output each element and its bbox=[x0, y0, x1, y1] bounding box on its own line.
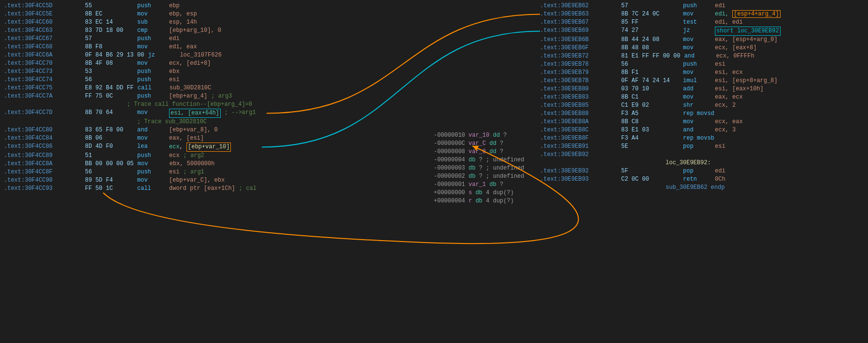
addr: .text:30F4CC90 bbox=[4, 176, 81, 185]
mnemonic: lea bbox=[137, 143, 166, 152]
endp-label: sub_30E9EB62 endp bbox=[666, 184, 725, 192]
bytes bbox=[621, 151, 679, 159]
right-panel: .text:30E9EB6257pushedi.text:30E9EB638B … bbox=[536, 0, 868, 343]
mnemonic: push bbox=[137, 152, 166, 160]
operand: sub_30D2810C bbox=[170, 84, 211, 92]
right-asm-line: .text:30E9EB6785 FFtestedi, edi bbox=[540, 18, 864, 27]
addr: .text:30F4CC80 bbox=[4, 126, 81, 134]
addr: .text:30F4CC6A bbox=[4, 51, 81, 59]
addr: .text:30E9EB78 bbox=[540, 60, 617, 69]
right-asm-line: .text:30E9EB6B8B 44 24 08moveax, [esp+4+… bbox=[540, 36, 864, 44]
addr: .text:30E9EB80 bbox=[540, 85, 617, 93]
bytes: 8B F1 bbox=[621, 69, 679, 77]
bytes: 8B 4F 08 bbox=[85, 59, 133, 68]
mnemonic: and bbox=[684, 52, 713, 60]
addr: .text:30F4CC8A bbox=[4, 160, 81, 168]
mnemonic: mov bbox=[137, 10, 166, 18]
asm-line: .text:30F4CC9089 5D F4mov[ebp+var_C], eb… bbox=[4, 176, 252, 185]
bytes: 8B 06 bbox=[85, 134, 133, 143]
addr: .text:30E9EB88 bbox=[540, 110, 617, 118]
addr: .text:30F4CC73 bbox=[4, 68, 81, 76]
mnemonic: mov bbox=[138, 160, 167, 168]
addr: .text:30F4CC8F bbox=[4, 168, 81, 176]
bytes: 83 E1 03 bbox=[621, 126, 679, 134]
right-asm-line: .text:30E9EB7B0F AF 74 24 14imulesi, [es… bbox=[540, 77, 864, 85]
bytes: 83 7D 18 00 bbox=[85, 27, 133, 35]
bytes: 89 5D F4 bbox=[85, 176, 133, 185]
right-asm-line: sub_30E9EB62 endp bbox=[540, 184, 864, 192]
asm-line: .text:30F4CC708B 4F 08movecx, [edi+8] bbox=[4, 59, 252, 68]
asm-line: .text:30F4CC75E8 92 B4 DD FFcallsub_30D2… bbox=[4, 84, 252, 92]
operand: ecx, eax bbox=[715, 118, 743, 126]
addr: .text:30E9EB72 bbox=[540, 52, 617, 60]
addr: .text:30E9EB85 bbox=[540, 101, 617, 110]
right-asm-line: .text:30E9EB8A8B C8movecx, eax bbox=[540, 118, 864, 126]
right-asm-line: .text:30E9EB92 bbox=[540, 151, 864, 159]
left-panel: .text:30F4CC5D55pushebp.text:30F4CC5E8B … bbox=[0, 0, 256, 343]
addr: .text:30E9EB69 bbox=[540, 27, 617, 36]
addr: .text:30E9EB83 bbox=[540, 93, 617, 101]
right-asm-line: .text:30E9EB925Fpopedi bbox=[540, 167, 864, 175]
addr: .text:30F4CC63 bbox=[4, 27, 81, 35]
addr: .text:30F4CC7D bbox=[4, 109, 81, 118]
right-asm-line: .text:30E9EB638B 7C 24 0Cmovedi, [esp+4+… bbox=[540, 10, 864, 18]
bytes: 8D 4D F0 bbox=[85, 143, 133, 152]
bytes: 83 65 F8 00 bbox=[85, 126, 133, 134]
operand: ecx, 2 bbox=[715, 101, 736, 110]
bytes: 56 bbox=[85, 168, 133, 176]
comment: ; Trace sub_30D2810C bbox=[137, 118, 207, 126]
operand: [ebp+var_C], ebx bbox=[169, 176, 225, 185]
operand: 0Ch bbox=[715, 175, 726, 184]
addr: .text:30F4CC75 bbox=[4, 84, 81, 92]
mnemonic: mov bbox=[137, 43, 166, 51]
operand: esi, [eax+10h] bbox=[715, 85, 764, 93]
operand: eax, [esp+4+arg_0] bbox=[715, 36, 778, 44]
comment: ; call 30e9eb62 bbox=[239, 185, 256, 193]
right-asm-line: .text:30E9EB798B F1movesi, ecx bbox=[540, 69, 864, 77]
right-asm-line: .text:30E9EB88F3 A5rep movsd bbox=[540, 110, 864, 118]
bytes: C1 E9 02 bbox=[621, 101, 679, 110]
operand: [ebp+arg_10], 0 bbox=[169, 27, 221, 35]
right-asm-line: .text:30E9EB85C1 E9 02shrecx, 2 bbox=[540, 101, 864, 110]
operand: edi bbox=[715, 2, 726, 10]
operand: ecx, [ebp+var_10] bbox=[169, 143, 231, 152]
mnemonic: jz bbox=[683, 27, 712, 36]
operand: [ebp+var_8], 0 bbox=[169, 126, 218, 134]
right-asm-line: .text:30E9EB7281 E1 FF FF 00 00andecx, 0… bbox=[540, 52, 864, 60]
mnemonic: mov bbox=[137, 134, 166, 143]
stack-line: -00000003 db ? ; undefined bbox=[434, 164, 532, 172]
asm-line: .text:30F4CC8083 65 F8 00and[ebp+var_8],… bbox=[4, 126, 252, 134]
right-asm-line: loc_30E9EB92: bbox=[540, 159, 864, 167]
asm-line: ; Trace call function--[ebp+arg_4]=0 bbox=[4, 100, 252, 109]
middle-panel bbox=[256, 0, 430, 343]
addr: .text:30F4CC89 bbox=[4, 152, 81, 160]
comment: ; arg2 bbox=[184, 152, 204, 160]
main-container: .text:30F4CC5D55pushebp.text:30F4CC5E8B … bbox=[0, 0, 868, 343]
addr: .text:30E9EB67 bbox=[540, 18, 617, 27]
asm-line: .text:30F4CC6083 EC 14subesp, 14h bbox=[4, 18, 252, 27]
mnemonic: mov bbox=[683, 10, 712, 18]
asm-line: .text:30F4CC7353pushebx bbox=[4, 68, 252, 76]
operand: ebx, 5000000h bbox=[170, 160, 215, 168]
bytes: 53 bbox=[85, 68, 133, 76]
addr: .text:30E9EB63 bbox=[540, 10, 617, 18]
asm-line: .text:30F4CC688B F8movedi, eax bbox=[4, 43, 252, 51]
bytes: 56 bbox=[85, 76, 133, 84]
mnemonic: push bbox=[137, 76, 166, 84]
operand: edi bbox=[715, 167, 726, 175]
addr: .text:30E9EB92 bbox=[540, 167, 617, 175]
mnemonic: jz bbox=[148, 51, 177, 59]
operand: esi, ecx bbox=[715, 69, 743, 77]
asm-line: .text:30F4CC8951pushecx; arg2 bbox=[4, 152, 252, 160]
mnemonic: mov bbox=[683, 36, 712, 44]
addr: .text:30F4CC60 bbox=[4, 18, 81, 27]
comment: ; Trace call function--[ebp+arg_4]=0 bbox=[127, 100, 252, 109]
comment: ; -->arg1 bbox=[225, 109, 256, 118]
operand: edi bbox=[169, 35, 180, 43]
bytes: 8B F8 bbox=[85, 43, 133, 51]
operand: ecx, [eax+8] bbox=[715, 44, 756, 52]
mnemonic: add bbox=[683, 85, 712, 93]
bytes: 81 E1 FF FF 00 00 bbox=[621, 52, 680, 60]
addr: .text:30F4CC67 bbox=[4, 35, 81, 43]
right-asm-line: .text:30E9EB8003 70 10addesi, [eax+10h] bbox=[540, 85, 864, 93]
